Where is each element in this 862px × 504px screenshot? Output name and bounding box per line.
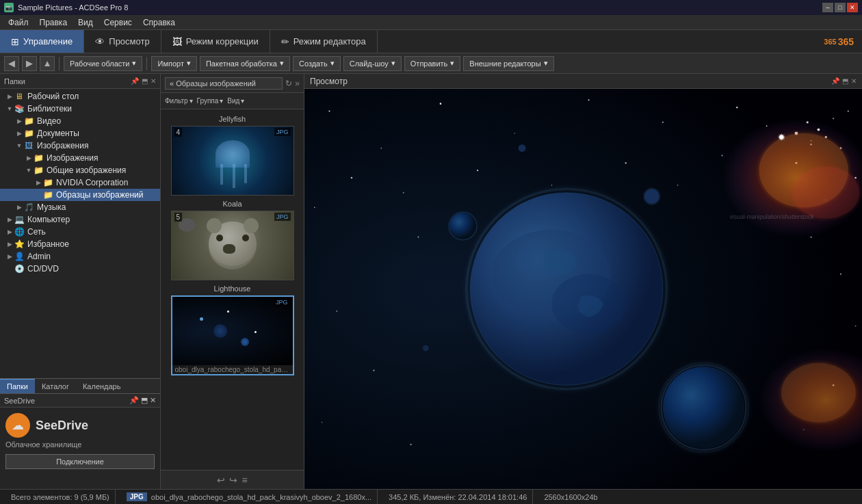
menu-service[interactable]: Сервис [99,16,138,29]
seedrive-close-button[interactable]: ✕ [150,396,156,404]
svg-point-7 [736,107,737,108]
app-title: Sample Pictures - ACDSee Pro 8 [18,3,128,12]
title-bar: 📷 Sample Pictures - ACDSee Pro 8 – □ ✕ [0,0,862,15]
slideshow-button[interactable]: Слайд-шоу ▾ [343,56,402,71]
tab-correct[interactable]: 🖼 Режим коррекции [161,30,270,53]
toolbar-sep-1 [59,57,60,70]
folder-icon: 🖥 [14,92,25,101]
svg-point-14 [722,155,723,156]
app-icon: 📷 [4,3,14,12]
preview-pin-button[interactable]: 📌 [831,77,839,85]
folder-icon: 🎵 [23,202,34,212]
tree-item-admin[interactable]: ▶ 👤 Admin [0,250,160,263]
tree-arrow: ▼ [25,167,33,174]
thumb-back-button[interactable]: ↩ [217,475,225,486]
tree-item-network[interactable]: ▶ 🌐 Сеть [0,226,160,238]
svg-point-38 [833,118,834,119]
middle-panel: « Образцы изображений ↻ » Фильтр▾ Группа… [161,74,304,489]
thumbnail-panel: Jellyfish 4 JPG [161,109,304,470]
nav-forward-button[interactable]: ▶ [22,56,37,71]
folder-icon: 📁 [33,153,44,163]
filter-button[interactable]: Фильтр▾ [165,97,193,105]
tree-item-nvidia[interactable]: ▶ 📁 NVIDIA Corporation [0,176,160,189]
nav-back-button[interactable]: ◀ [4,56,19,71]
tab-catalog[interactable]: Каталог [35,379,76,393]
batch-button[interactable]: Пакетная обработка ▾ [200,56,290,71]
mode-tabs: ⊞ Управление 👁 Просмотр 🖼 Режим коррекци… [0,30,862,53]
menu-edit[interactable]: Правка [34,16,73,29]
tree-item-libraries[interactable]: ▼ 📚 Библиотеки [0,103,160,115]
status-bar: Всего элементов: 9 (5,9 МБ) JPG oboi_dly… [0,489,862,504]
preview-title: Просмотр [310,77,348,86]
svg-point-53 [449,213,476,239]
thumb-forward-button[interactable]: ↪ [229,475,237,486]
menu-help[interactable]: Справка [138,16,181,29]
preview-float-button[interactable]: ⬒ [842,77,848,85]
left-panel: Папки 📌 ⬒ ✕ ▶ 🖥 Рабочий стол ▼ 📚 Библиот… [0,74,161,489]
seedrive-name: SeeDrive [36,419,88,433]
seedrive-pin-button[interactable]: 📌 [129,396,139,404]
tree-item-images-lib[interactable]: ▼ 🖼 Изображения [0,140,160,152]
maximize-button[interactable]: □ [835,3,846,12]
filter-bar: Фильтр▾ Группа▾ Вид▾ [161,93,304,109]
svg-point-20 [351,177,353,179]
folder-tree: ▶ 🖥 Рабочий стол ▼ 📚 Библиотеки ▶ 📁 Виде… [0,89,160,378]
thumb-list-button[interactable]: ≡ [241,475,247,486]
seedrive-header: SeeDrive 📌 ⬒ ✕ [0,394,160,408]
nav-up-button[interactable]: ▲ [40,56,55,71]
create-button[interactable]: Создать ▾ [293,56,341,71]
preview-close-button[interactable]: ✕ [851,77,857,85]
svg-point-26 [322,422,323,423]
tab-calendar[interactable]: Календарь [76,379,128,393]
workspaces-button[interactable]: Рабочие области ▾ [64,56,142,71]
import-button[interactable]: Импорт ▾ [151,56,196,71]
group-button[interactable]: Группа▾ [197,97,224,105]
tree-item-computer[interactable]: ▶ 💻 Компьютер [0,213,160,226]
menu-file[interactable]: Файл [3,16,34,29]
space-svg: visual-manipulation/shutterstock [304,89,862,489]
view-button[interactable]: Вид▾ [227,97,244,105]
tree-item-cddvd[interactable]: 💿 CD/DVD [0,263,160,275]
tab-folders[interactable]: Папки [0,379,35,393]
seedrive-cloud-icon: ☁ [5,413,30,438]
tree-item-music[interactable]: ▶ 🎵 Музыка [0,201,160,213]
tree-item-desktop[interactable]: ▶ 🖥 Рабочий стол [0,90,160,103]
thumb-item-koala[interactable]: 5 JPG [171,211,294,280]
koala-image [172,211,293,280]
tree-item-sample-pictures[interactable]: 📁 Образцы изображений [0,189,160,201]
seedrive-logo: ☁ SeeDrive [5,413,155,438]
svg-point-58 [644,189,659,204]
status-total: Всего элементов: 9 (5,9 МБ) [5,490,116,504]
tab-manage[interactable]: ⊞ Управление [0,30,84,53]
folder-icon: 📁 [42,190,53,200]
tab-editor[interactable]: ✏ Режим редактора [270,30,378,53]
svg-text:visual-manipulation/shuttersto: visual-manipulation/shutterstock [729,213,814,220]
toolbar-sep-2 [146,57,147,70]
folders-close-button[interactable]: ✕ [151,77,156,85]
tree-item-shared-images[interactable]: ▼ 📁 Общие изображения [0,164,160,176]
thumb-item-jellyfish[interactable]: 4 JPG [171,126,294,196]
tab-view[interactable]: 👁 Просмотр [84,30,161,53]
menu-view[interactable]: Вид [73,16,99,29]
thumb-num-koala: 5 [174,213,183,222]
tree-item-documents[interactable]: ▶ 📁 Документы [0,127,160,140]
external-button[interactable]: Внешние редакторы ▾ [463,56,553,71]
expand-button[interactable]: » [295,79,300,88]
thumb-item-lighthouse[interactable]: JPG oboi_dlya_rabochego_stola_hd_pac... [171,295,294,375]
send-button[interactable]: Отправить ▾ [404,56,461,71]
svg-point-55 [663,367,744,448]
folders-float-button[interactable]: ⬒ [142,77,148,85]
folders-pin-button[interactable]: 📌 [131,77,139,85]
status-fileinfo: 345,2 КБ, Изменён: 22.04.2014 18:01:46 [383,490,533,504]
svg-point-44 [781,363,855,423]
minimize-button[interactable]: – [822,3,833,12]
tree-item-images-sub[interactable]: ▶ 📁 Изображения [0,152,160,164]
svg-point-9 [848,110,849,111]
thumb-filename-space: oboi_dlya_rabochego_stola_hd_pac... [172,365,293,374]
refresh-button[interactable]: ↻ [285,79,292,88]
close-button[interactable]: ✕ [847,3,858,12]
tree-item-video[interactable]: ▶ 📁 Видео [0,115,160,127]
seedrive-float-button[interactable]: ⬒ [141,396,148,404]
seedrive-connect-button[interactable]: Подключение [5,454,155,469]
tree-item-favorites[interactable]: ▶ ⭐ Избранное [0,238,160,250]
